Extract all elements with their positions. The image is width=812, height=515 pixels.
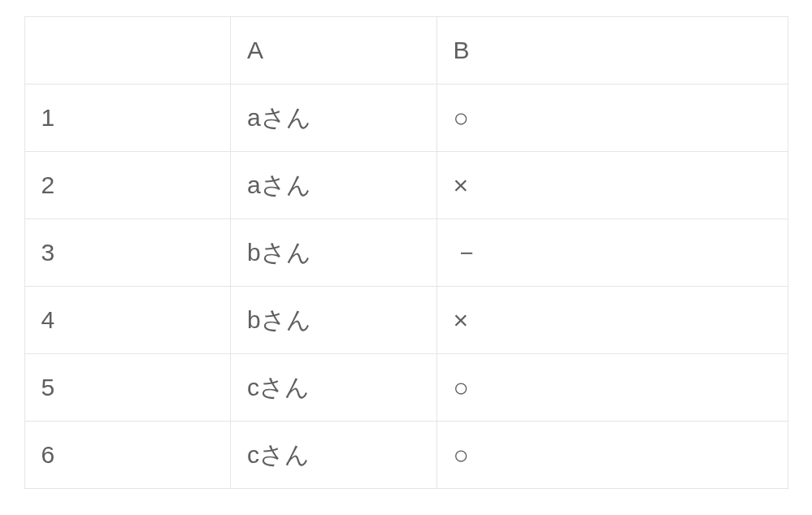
data-table-wrapper: A B 1 aさん ○ 2 aさん × 3 bさん － 4 bさん <box>24 16 788 489</box>
cell-col-a: cさん <box>231 422 437 489</box>
header-col-b: B <box>436 17 788 84</box>
cell-col-a: aさん <box>231 84 437 152</box>
cell-col-b: ○ <box>436 84 788 152</box>
cell-col-b: ○ <box>436 422 788 489</box>
cell-rownum: 5 <box>24 354 231 422</box>
table-row: 3 bさん － <box>24 219 788 287</box>
cell-col-b: － <box>436 219 788 287</box>
table-row: 5 cさん ○ <box>24 354 788 422</box>
header-col-a: A <box>231 17 437 84</box>
cell-col-b: × <box>436 152 788 219</box>
cell-rownum: 3 <box>24 219 231 287</box>
header-rownum <box>24 17 231 84</box>
cell-col-a: aさん <box>231 152 437 219</box>
cell-rownum: 1 <box>24 84 231 152</box>
cell-col-a: cさん <box>231 354 437 422</box>
data-table: A B 1 aさん ○ 2 aさん × 3 bさん － 4 bさん <box>24 16 788 489</box>
table-row: 4 bさん × <box>24 287 788 354</box>
table-row: 6 cさん ○ <box>24 422 788 489</box>
table-row: 2 aさん × <box>24 152 788 219</box>
cell-col-b: × <box>436 287 788 354</box>
cell-rownum: 2 <box>24 152 231 219</box>
table-header-row: A B <box>24 17 788 84</box>
cell-rownum: 6 <box>24 422 231 489</box>
cell-rownum: 4 <box>24 287 231 354</box>
cell-col-a: bさん <box>231 219 437 287</box>
cell-col-a: bさん <box>231 287 437 354</box>
cell-col-b: ○ <box>436 354 788 422</box>
table-row: 1 aさん ○ <box>24 84 788 152</box>
